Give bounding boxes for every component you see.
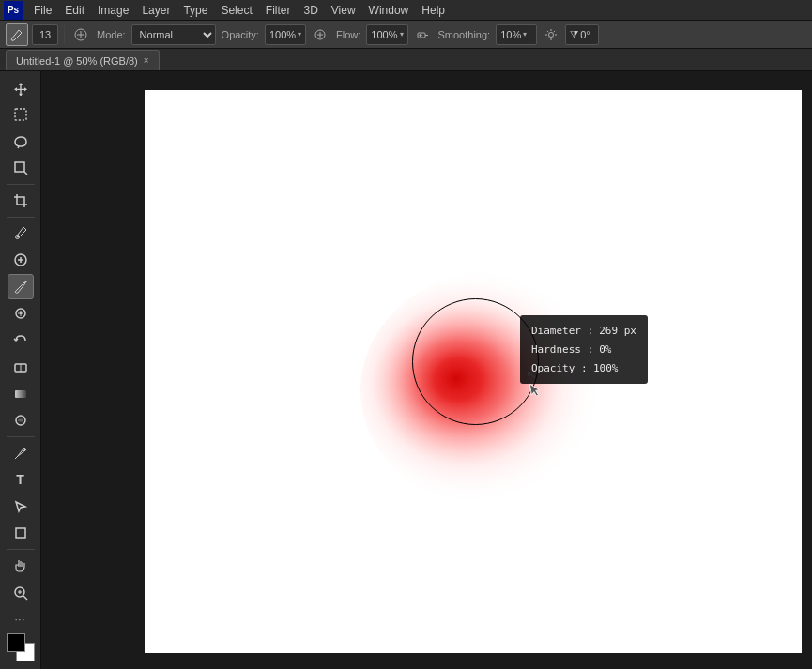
cursor-pointer: [525, 366, 536, 377]
blur-tool[interactable]: [8, 408, 34, 434]
gradient-tool[interactable]: [8, 381, 34, 407]
menu-layer[interactable]: Layer: [136, 2, 176, 19]
svg-point-23: [360, 270, 633, 510]
shape-tool[interactable]: [8, 521, 34, 547]
svg-rect-15: [15, 390, 26, 398]
path-select-tool[interactable]: [8, 494, 34, 520]
settings-icon[interactable]: [541, 24, 561, 45]
rect-select-tool[interactable]: [8, 102, 34, 129]
lasso-tool[interactable]: [8, 129, 34, 155]
tooltip-opacity-label: Opacity :: [531, 359, 588, 378]
flow-label: Flow:: [336, 29, 360, 40]
tab-bar: Untitled-1 @ 50% (RGB/8) ×: [0, 49, 812, 71]
menu-edit[interactable]: Edit: [59, 2, 90, 19]
canvas[interactable]: Diameter : 269 px Hardness : 0% Opacity …: [145, 90, 802, 653]
more-tools[interactable]: ···: [8, 606, 34, 632]
brush-info-tooltip: Diameter : 269 px Hardness : 0% Opacity …: [520, 315, 648, 384]
menu-select[interactable]: Select: [215, 2, 257, 19]
smoothing-label: Smoothing:: [438, 29, 491, 40]
tooltip-hardness-value: 0%: [599, 341, 611, 359]
pen-tool[interactable]: [8, 440, 34, 466]
tab-label: Untitled-1 @ 50% (RGB/8): [16, 55, 138, 67]
clone-tool[interactable]: [8, 300, 34, 327]
menu-window[interactable]: Window: [363, 2, 415, 19]
svg-point-5: [419, 34, 421, 37]
toolbox-sep-1: [7, 184, 35, 185]
toolbox-sep-4: [7, 549, 35, 550]
main-content: T ···: [0, 71, 812, 669]
menu-view[interactable]: View: [326, 2, 361, 19]
tooltip-hardness-label: Hardness :: [531, 341, 593, 359]
mode-select[interactable]: NormalDissolveDarkenMultiplyColor BurnLi…: [131, 24, 216, 45]
brush-size-group: 13: [32, 24, 58, 45]
tooltip-diameter-label: Diameter :: [531, 322, 593, 341]
app-logo: Ps: [4, 1, 23, 20]
foreground-color-swatch[interactable]: [7, 633, 25, 652]
foreground-background-colors[interactable]: [7, 633, 35, 661]
tooltip-opacity-row: Opacity : 100%: [531, 359, 636, 378]
tooltip-hardness-row: Hardness : 0%: [531, 341, 636, 359]
eraser-tool[interactable]: [8, 354, 34, 380]
svg-rect-7: [15, 109, 26, 120]
flow-value[interactable]: 100% ▾: [366, 24, 407, 45]
brush-tool-icon[interactable]: [6, 23, 28, 46]
document-tab[interactable]: Untitled-1 @ 50% (RGB/8) ×: [6, 50, 160, 70]
canvas-area[interactable]: Diameter : 269 px Hardness : 0% Opacity …: [41, 71, 812, 669]
menu-file[interactable]: File: [28, 2, 57, 19]
toolbar-divider-1: [64, 25, 65, 44]
brush-tool[interactable]: [8, 274, 34, 300]
airbrush-icon[interactable]: [412, 24, 433, 45]
menu-filter[interactable]: Filter: [260, 2, 297, 19]
svg-point-6: [549, 32, 554, 37]
crop-tool[interactable]: [8, 188, 34, 214]
menu-help[interactable]: Help: [416, 2, 451, 19]
eyedropper-tool[interactable]: [8, 220, 34, 247]
opacity-value[interactable]: 100% ▾: [265, 24, 306, 45]
mode-label: Mode:: [97, 29, 126, 40]
toolbox-sep-3: [7, 436, 35, 437]
heal-tool[interactable]: [8, 247, 34, 273]
zoom-tool[interactable]: [8, 580, 34, 606]
brush-stroke-svg: [370, 268, 651, 522]
tooltip-opacity-value: 100%: [593, 359, 619, 378]
menu-image[interactable]: Image: [92, 2, 134, 19]
opacity-pen-icon[interactable]: [310, 24, 330, 45]
color-swatches[interactable]: [7, 633, 35, 661]
opacity-label: Opacity:: [222, 29, 259, 40]
hand-tool[interactable]: [8, 553, 34, 579]
object-select-tool[interactable]: [8, 156, 34, 182]
history-brush-tool[interactable]: [8, 327, 34, 354]
type-tool[interactable]: T: [8, 467, 34, 494]
toolbox-sep-2: [7, 217, 35, 218]
menu-3d[interactable]: 3D: [298, 2, 323, 19]
brush-size-value[interactable]: 13: [32, 24, 58, 45]
svg-rect-8: [15, 162, 24, 172]
angle-value[interactable]: ⧩ 0°: [565, 24, 599, 45]
move-tool[interactable]: [8, 75, 34, 101]
tab-close-btn[interactable]: ×: [144, 55, 149, 66]
brush-cursor-circle: [412, 298, 539, 425]
svg-line-0: [19, 30, 22, 33]
svg-point-12: [20, 312, 22, 314]
options-toolbar: 13 Mode: NormalDissolveDarkenMultiplyCol…: [0, 21, 812, 49]
svg-rect-18: [16, 528, 25, 538]
menu-bar: Ps File Edit Image Layer Type Select Fil…: [0, 0, 812, 21]
tooltip-diameter-value: 269 px: [599, 322, 636, 341]
menu-type[interactable]: Type: [177, 2, 213, 19]
toolbox: T ···: [0, 71, 41, 669]
brush-toggle-icon[interactable]: [70, 24, 91, 45]
tooltip-diameter-row: Diameter : 269 px: [531, 322, 636, 341]
smoothing-value[interactable]: 10% ▾: [496, 24, 537, 45]
svg-line-20: [23, 596, 27, 600]
